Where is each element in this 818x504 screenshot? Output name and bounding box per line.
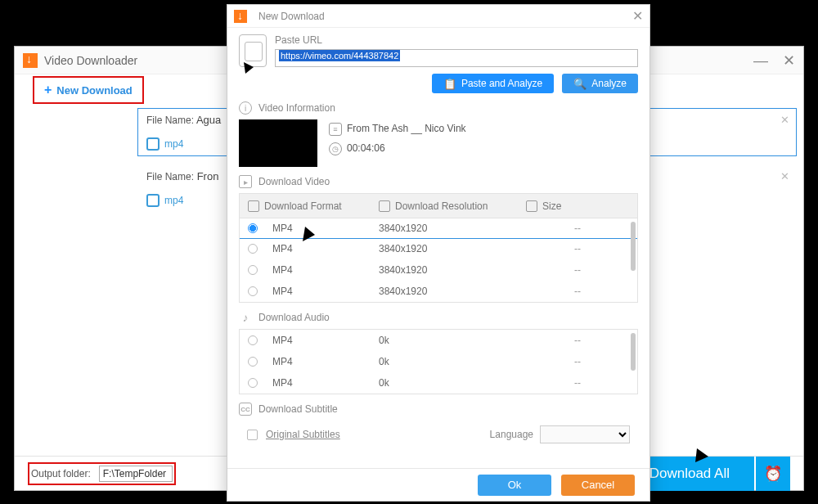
format-icon [146,137,160,151]
video-format-row[interactable]: MP4 3840x1920 -- [240,238,637,259]
row-size: -- [526,223,629,234]
annotation-highlight: + New Download [33,76,144,104]
file-format-label: mp4 [164,138,183,150]
dialog-body: Paste URL https://vimeo.com/444387842 📋 … [227,28,649,468]
paste-and-analyze-button[interactable]: 📋 Paste and Analyze [432,74,554,93]
row-resolution: 3840x1920 [379,243,526,254]
audio-format-row[interactable]: MP4 0k -- [240,330,637,351]
dialog-close-button[interactable]: ✕ [632,8,643,24]
video-format-row[interactable]: MP4 3840x1920 -- [239,218,638,239]
radio-icon[interactable] [248,265,258,275]
radio-icon[interactable] [248,378,258,388]
row-format: MP4 [272,356,379,367]
download-subtitle-label: Download Subtitle [258,403,338,415]
ok-button[interactable]: Ok [478,475,551,496]
analyze-label: Analyze [591,78,627,89]
row-resolution: 0k [379,377,526,389]
video-duration: 00:04:06 [347,142,385,154]
audio-format-row[interactable]: MP4 0k -- [240,372,637,394]
new-download-button[interactable]: + New Download [36,79,141,101]
cc-icon: CC [239,403,252,416]
row-size: -- [526,243,629,254]
search-icon: 🔍 [573,78,587,90]
video-title: From The Ash __ Nico Vink [347,123,466,134]
language-select[interactable] [540,425,630,443]
row-resolution: 3840x1920 [379,264,526,276]
subtitle-row: Original Subtitles Language [239,421,638,448]
audio-format-list: MP4 0k -- MP4 0k -- MP4 0k -- [239,329,638,394]
radio-icon[interactable] [248,335,258,345]
subtitle-checkbox[interactable] [247,430,258,440]
row-size: -- [526,356,629,367]
radio-icon[interactable] [248,357,258,367]
output-folder-label: Output folder: [31,468,91,479]
original-subtitles-label[interactable]: Original Subtitles [266,429,340,440]
analyze-button[interactable]: 🔍 Analyze [562,74,638,93]
app-title: Video Downloader [44,54,137,67]
cancel-button[interactable]: Cancel [561,475,635,496]
row-size: -- [526,264,629,276]
dialog-footer: Ok Cancel [227,468,649,501]
scheduler-icon[interactable]: ⏰ [756,457,790,491]
close-button[interactable]: ✕ [783,53,795,68]
url-value: https://vimeo.com/444387842 [279,50,400,61]
row-resolution: 0k [379,356,526,367]
plus-icon: + [44,83,52,97]
row-size: -- [526,286,629,297]
resolution-header-icon [379,200,390,212]
download-table-header: Download Format Download Resolution Size [239,193,638,218]
output-folder-input[interactable] [99,466,173,482]
format-header: Download Format [264,200,342,212]
file-remove-icon[interactable]: ✕ [780,170,789,182]
clock-icon: ◷ [329,142,342,155]
app-logo-icon [23,53,38,68]
video-format-row[interactable]: MP4 3840x1920 -- [240,259,637,281]
row-resolution: 3840x1920 [379,223,526,234]
video-info-label: Video Information [258,102,335,114]
paste-and-analyze-label: Paste and Analyze [461,78,542,89]
file-name-label: File Name: [146,171,194,182]
dialog-titlebar: New Download ✕ [227,5,649,28]
minimize-button[interactable]: — [753,53,768,68]
file-remove-icon[interactable]: ✕ [780,114,789,126]
video-info-header: i Video Information [239,101,638,115]
row-resolution: 0k [379,335,526,346]
row-format: MP4 [272,335,379,346]
dialog-logo-icon [234,10,247,23]
audio-format-row[interactable]: MP4 0k -- [240,351,637,372]
video-thumbnail [239,119,317,167]
file-name-label: File Name: [146,115,194,126]
scrollbar-thumb[interactable] [631,222,636,271]
download-audio-header: ♪ Download Audio [239,311,638,324]
radio-icon[interactable] [248,223,258,233]
row-format: MP4 [272,243,379,254]
file-format-label: mp4 [164,195,183,206]
dialog-title: New Download [258,11,325,22]
new-download-label: New Download [56,84,132,97]
row-format: MP4 [272,286,379,297]
row-format: MP4 [272,264,379,276]
file-name: Agua [196,114,221,126]
file-icon: ≡ [329,123,342,136]
format-header-icon [248,200,259,212]
radio-icon[interactable] [248,244,258,254]
scrollbar-thumb[interactable] [631,333,636,371]
row-size: -- [526,335,629,346]
size-header-icon [526,200,537,212]
row-format: MP4 [272,223,379,234]
row-resolution: 3840x1920 [379,286,526,297]
file-name: Fron [197,170,219,182]
url-input[interactable]: https://vimeo.com/444387842 [275,49,638,67]
audio-icon: ♪ [239,311,252,324]
download-video-header: ▸ Download Video [239,175,638,188]
format-icon [146,194,160,207]
paste-icon: 📋 [443,78,456,90]
size-header: Size [542,200,561,212]
radio-icon[interactable] [248,286,258,296]
paste-url-section: Paste URL https://vimeo.com/444387842 📋 … [239,34,638,93]
video-format-row[interactable]: MP4 3840x1920 -- [240,281,637,302]
row-format: MP4 [272,377,379,389]
language-label: Language [490,429,533,440]
video-icon: ▸ [239,175,252,188]
new-download-dialog: New Download ✕ Paste URL https://vimeo.c… [227,4,650,502]
